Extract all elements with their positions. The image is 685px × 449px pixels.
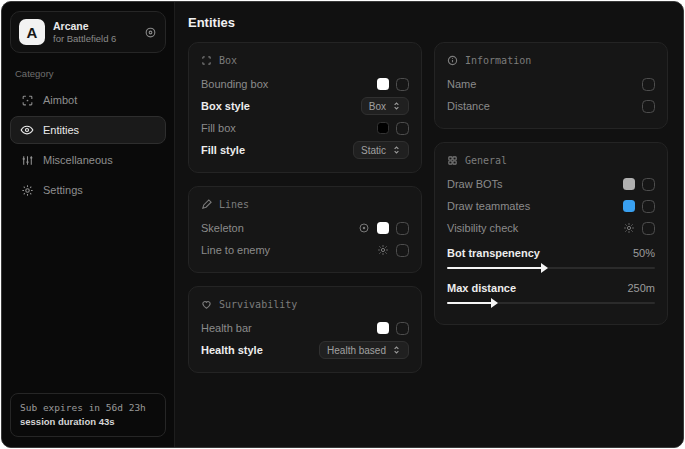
app-name: Arcane: [53, 20, 136, 33]
line-to-enemy-checkbox[interactable]: [396, 244, 409, 257]
bot-transparency-control: Bot transpenency 50%: [447, 243, 655, 272]
color-swatch[interactable]: [623, 178, 635, 190]
panel-header-label: General: [465, 155, 507, 166]
max-distance-control: Max distance 250m: [447, 278, 655, 307]
name-checkbox[interactable]: [642, 78, 655, 91]
eye-icon: [20, 123, 34, 137]
sidebar-item-miscellaneous[interactable]: Miscellaneous: [10, 146, 166, 174]
app-logo: A: [19, 19, 45, 45]
row-label: Draw BOTs: [447, 178, 503, 190]
row-label: Visibility check: [447, 222, 518, 234]
color-swatch[interactable]: [377, 222, 389, 234]
sub-expires-text: Sub expires in 56d 23h: [20, 401, 156, 415]
panel-information: Information Name Distance: [434, 42, 668, 129]
panel-header-label: Lines: [219, 199, 249, 210]
chevron-up-down-icon: [392, 345, 401, 355]
sidebar-item-entities[interactable]: Entities: [10, 116, 166, 144]
sliders-icon: [20, 154, 34, 167]
health-bar-checkbox[interactable]: [396, 322, 409, 335]
gear-icon: [20, 184, 34, 197]
row-skeleton: Skeleton: [201, 217, 409, 239]
color-swatch[interactable]: [377, 322, 389, 334]
slider-value: 250m: [627, 282, 655, 294]
chevron-up-down-icon: [392, 101, 401, 111]
row-label: Draw teammates: [447, 200, 530, 212]
fill-style-dropdown[interactable]: Static: [353, 141, 409, 159]
category-label: Category: [15, 68, 161, 79]
row-label: Health style: [201, 344, 263, 356]
color-swatch[interactable]: [377, 122, 389, 134]
chevron-up-down-icon: [392, 145, 401, 155]
health-style-dropdown[interactable]: Health based: [319, 341, 409, 359]
pencil-icon: [201, 199, 212, 210]
target-icon[interactable]: [144, 26, 157, 39]
row-draw-teammates: Draw teammates: [447, 195, 655, 217]
sidebar-item-label: Entities: [43, 124, 79, 136]
row-name: Name: [447, 73, 655, 95]
sidebar-item-settings[interactable]: Settings: [10, 176, 166, 204]
panel-lines: Lines Skeleton: [188, 186, 422, 273]
row-box-style: Box style Box: [201, 95, 409, 117]
panel-survivability: Survivability Health bar Health style He…: [188, 286, 422, 373]
dropdown-value: Health based: [327, 345, 386, 356]
bounding-box-checkbox[interactable]: [396, 78, 409, 91]
main-content: Entities Box Bounding box: [175, 2, 683, 447]
row-label: Box style: [201, 100, 250, 112]
panel-header-label: Survivability: [219, 299, 297, 310]
subscription-box: Sub expires in 56d 23h session duration …: [10, 393, 166, 438]
visibility-check-checkbox[interactable]: [642, 222, 655, 235]
row-health-bar: Health bar: [201, 317, 409, 339]
slider-label: Bot transpenency: [447, 247, 540, 259]
gear-icon[interactable]: [623, 222, 635, 234]
session-duration-text: session duration 43s: [20, 415, 156, 429]
slider-value: 50%: [633, 247, 655, 259]
panel-header-label: Information: [465, 55, 531, 66]
panel-general: General Draw BOTs Draw teammates: [434, 142, 668, 325]
row-label: Line to enemy: [201, 244, 270, 256]
row-label: Skeleton: [201, 222, 244, 234]
settings-icon[interactable]: [358, 222, 370, 234]
info-icon: [447, 55, 458, 66]
sidebar-item-label: Aimbot: [43, 94, 77, 106]
draw-bots-checkbox[interactable]: [642, 178, 655, 191]
max-distance-slider[interactable]: [447, 299, 655, 307]
row-bounding-box: Bounding box: [201, 73, 409, 95]
app-subtitle: for Battlefield 6: [53, 33, 136, 45]
draw-teammates-checkbox[interactable]: [642, 200, 655, 213]
box-style-dropdown[interactable]: Box: [361, 97, 409, 115]
row-fill-box: Fill box: [201, 117, 409, 139]
fill-box-checkbox[interactable]: [396, 122, 409, 135]
sidebar-item-label: Miscellaneous: [43, 154, 113, 166]
row-visibility-check: Visibility check: [447, 217, 655, 239]
sidebar: A Arcane for Battlefield 6 Category Aimb…: [2, 2, 175, 447]
row-draw-bots: Draw BOTs: [447, 173, 655, 195]
row-line-to-enemy: Line to enemy: [201, 239, 409, 261]
row-label: Fill style: [201, 144, 245, 156]
frame-icon: [201, 55, 212, 66]
grid-icon: [447, 155, 458, 166]
row-label: Distance: [447, 100, 490, 112]
app-logo-letter: A: [27, 24, 38, 41]
row-fill-style: Fill style Static: [201, 139, 409, 161]
color-swatch[interactable]: [377, 78, 389, 90]
crosshair-icon: [20, 94, 34, 107]
row-label: Bounding box: [201, 78, 268, 90]
slider-thumb[interactable]: [491, 298, 498, 308]
skeleton-checkbox[interactable]: [396, 222, 409, 235]
row-label: Health bar: [201, 322, 252, 334]
color-swatch[interactable]: [623, 200, 635, 212]
gear-icon[interactable]: [377, 244, 389, 256]
row-health-style: Health style Health based: [201, 339, 409, 361]
sidebar-item-aimbot[interactable]: Aimbot: [10, 86, 166, 114]
page-title: Entities: [188, 15, 668, 30]
distance-checkbox[interactable]: [642, 100, 655, 113]
panel-box: Box Bounding box Box style Box: [188, 42, 422, 173]
bot-transparency-slider[interactable]: [447, 264, 655, 272]
dropdown-value: Static: [361, 145, 386, 156]
app-header-card: A Arcane for Battlefield 6: [10, 11, 166, 53]
dropdown-value: Box: [369, 101, 386, 112]
slider-label: Max distance: [447, 282, 516, 294]
slider-thumb[interactable]: [541, 263, 548, 273]
row-label: Fill box: [201, 122, 236, 134]
panel-header-label: Box: [219, 55, 237, 66]
